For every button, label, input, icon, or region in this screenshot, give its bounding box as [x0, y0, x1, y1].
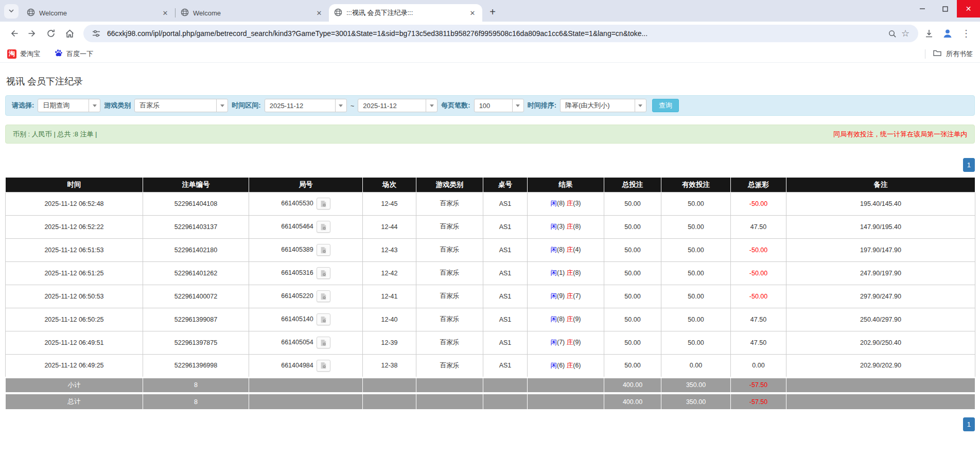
site-settings-icon[interactable] — [90, 27, 103, 40]
cell-total-bet-link[interactable]: 50.00 — [604, 261, 661, 285]
chevron-down-icon — [8, 7, 14, 16]
cell-game-type: 百家乐 — [416, 354, 483, 377]
result-player-label: 闲 — [550, 362, 557, 369]
page-1-button[interactable]: 1 — [963, 158, 975, 172]
cell-round-id: 661405220 — [249, 285, 363, 308]
menu-dots-icon[interactable]: ⋮ — [959, 27, 973, 40]
globe-icon — [181, 8, 189, 18]
forward-icon[interactable] — [24, 25, 41, 42]
result-player-score: (7) — [557, 339, 565, 346]
tab-welcome-1[interactable]: Welcome ✕ — [22, 4, 175, 22]
cell-payout: -50.00 — [731, 285, 786, 308]
cell-session: 12-39 — [363, 331, 416, 354]
globe-icon — [27, 8, 35, 18]
bookmark-baidu[interactable]: 百度一下 — [55, 49, 93, 59]
cell-time: 2025-11-12 06:52:48 — [6, 192, 143, 215]
cell-time: 2025-11-12 06:50:25 — [6, 308, 143, 331]
header-payout: 总派彩 — [731, 178, 786, 192]
cell-table-no: AS1 — [483, 261, 528, 285]
result-banker-label: 庄 — [567, 339, 573, 346]
tab-welcome-2[interactable]: Welcome ✕ — [176, 4, 329, 22]
maximize-button[interactable] — [934, 0, 957, 17]
cell-total-bet-link[interactable]: 50.00 — [604, 192, 661, 215]
tab-search-button[interactable] — [4, 4, 19, 19]
header-time: 时间 — [6, 178, 143, 192]
bookmark-taobao[interactable]: 淘 爱淘宝 — [7, 49, 40, 59]
cell-payout: 47.50 — [731, 308, 786, 331]
query-type-value: 日期查询 — [38, 101, 89, 110]
bookmark-star-icon[interactable]: ☆ — [899, 27, 912, 40]
cell-table-no: AS1 — [483, 285, 528, 308]
date-from-select[interactable]: 2025-11-12 — [265, 99, 347, 112]
query-button[interactable]: 查询 — [652, 99, 679, 112]
chevron-down-icon — [512, 99, 523, 112]
cell-total-bet-link[interactable]: 50.00 — [604, 354, 661, 377]
result-banker-score: (3) — [573, 200, 581, 207]
video-replay-icon[interactable] — [317, 313, 330, 325]
cell-time: 2025-11-12 06:51:25 — [6, 261, 143, 285]
subtotal-row: 小计 8 400.00 350.00 -57.50 — [6, 377, 975, 393]
sort-select[interactable]: 降幂(由大到小) — [560, 99, 646, 112]
tab-betrecord-active[interactable]: :::视讯 会员下注纪录::: ✕ — [329, 4, 482, 22]
back-icon[interactable] — [5, 25, 23, 42]
all-bookmarks-label: 所有书签 — [946, 49, 973, 59]
header-game-type: 游戏类别 — [416, 178, 483, 192]
minimize-button[interactable] — [911, 0, 934, 17]
divider — [925, 49, 925, 59]
video-replay-icon[interactable] — [317, 290, 330, 302]
cell-table-no: AS1 — [483, 215, 528, 238]
page-title: 视讯 会员下注纪录 — [6, 75, 974, 87]
page-1-button[interactable]: 1 — [963, 417, 975, 431]
total-row: 总计 8 400.00 350.00 -57.50 — [6, 393, 975, 409]
cell-total-bet-link[interactable]: 50.00 — [604, 238, 661, 261]
video-replay-icon[interactable] — [317, 198, 330, 209]
zoom-icon[interactable] — [885, 27, 899, 40]
table-row: 2025-11-12 06:49:25 522961396998 6614049… — [6, 354, 975, 377]
cell-result: 闲(8) 庄(3) — [528, 192, 604, 215]
new-tab-button[interactable]: + — [485, 5, 500, 19]
sort-value: 降幂(由大到小) — [561, 101, 635, 110]
address-bar[interactable]: 66cxkj98.com/ipl/portal.php/game/betreco… — [83, 25, 918, 42]
query-type-select[interactable]: 日期查询 — [38, 99, 100, 112]
select-type-label: 请选择: — [12, 101, 34, 110]
page-size-select[interactable]: 100 — [474, 99, 524, 112]
video-replay-icon[interactable] — [317, 337, 330, 348]
tab-close-icon[interactable]: ✕ — [314, 8, 324, 17]
result-banker-score: (4) — [573, 246, 581, 253]
url-text[interactable]: 66cxkj98.com/ipl/portal.php/game/betreco… — [107, 29, 881, 38]
result-banker-label: 庄 — [567, 269, 573, 276]
chevron-down-icon — [635, 99, 646, 112]
page-size-value: 100 — [475, 102, 512, 110]
video-replay-icon[interactable] — [317, 360, 330, 372]
video-replay-icon[interactable] — [317, 244, 330, 256]
game-type-select[interactable]: 百家乐 — [134, 99, 228, 112]
cell-game-type: 百家乐 — [416, 331, 483, 354]
downloads-icon[interactable] — [922, 27, 936, 40]
date-to-select[interactable]: 2025-11-12 — [358, 99, 437, 112]
tab-title: :::视讯 会员下注纪录::: — [346, 8, 464, 17]
tab-close-icon[interactable]: ✕ — [161, 8, 170, 17]
tab-close-icon[interactable]: ✕ — [468, 8, 477, 17]
cell-total-bet-link[interactable]: 50.00 — [604, 308, 661, 331]
video-replay-icon[interactable] — [317, 221, 330, 233]
cell-remark: 202.90/202.90 — [786, 354, 975, 377]
profile-avatar-icon[interactable] — [941, 27, 954, 40]
all-bookmarks[interactable]: 所有书签 — [925, 48, 973, 59]
reload-icon[interactable] — [42, 25, 60, 42]
chevron-down-icon — [89, 99, 100, 112]
cell-bet-id: 522961399087 — [143, 308, 249, 331]
home-icon[interactable] — [61, 25, 78, 42]
result-player-score: (3) — [557, 223, 565, 230]
result-player-label: 闲 — [550, 315, 557, 323]
close-button[interactable]: ✕ — [957, 0, 980, 17]
cell-bet-id: 522961396998 — [143, 354, 249, 377]
range-separator: ~ — [351, 102, 355, 110]
cell-total-bet-link[interactable]: 50.00 — [604, 285, 661, 308]
header-round-id: 局号 — [249, 178, 363, 192]
result-banker-label: 庄 — [567, 292, 573, 300]
video-replay-icon[interactable] — [317, 267, 330, 279]
cell-total-bet-link[interactable]: 50.00 — [604, 331, 661, 354]
cell-total-bet-link[interactable]: 50.00 — [604, 215, 661, 238]
result-banker-label: 庄 — [567, 362, 573, 369]
cell-round-id: 661405530 — [249, 192, 363, 215]
